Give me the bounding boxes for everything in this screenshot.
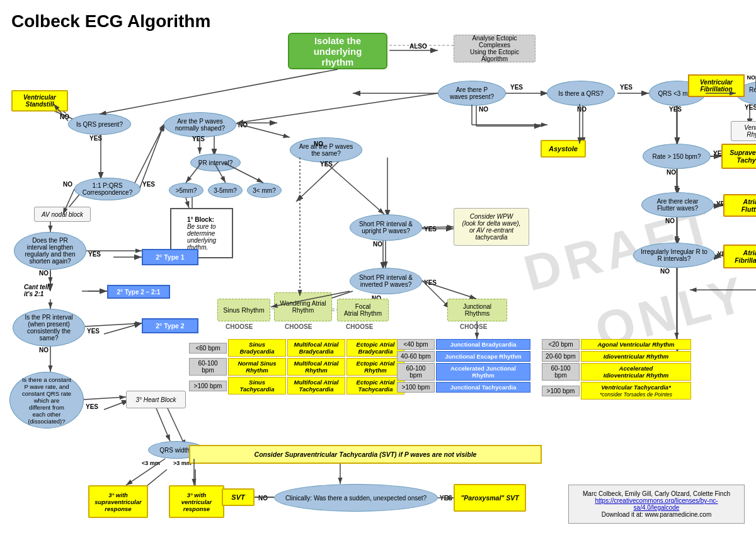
wpw-box: Consider WPW(look for delta wave),or AV … bbox=[454, 208, 529, 246]
p-waves-no: NO bbox=[479, 106, 488, 113]
regular-rr-no: NO bbox=[747, 74, 756, 81]
focal-atrial-box: FocalAtrial Rhythm bbox=[337, 299, 389, 321]
irr-no: NO bbox=[660, 268, 670, 275]
constpq-yes: YES bbox=[86, 403, 98, 410]
prlen-no: NO bbox=[39, 270, 49, 277]
allp-yes: YES bbox=[320, 161, 333, 168]
qrs-node: Is there a QRS? bbox=[547, 81, 615, 106]
svg-line-76 bbox=[84, 397, 126, 400]
svt-consider-box: Consider Supraventricular Tachycardia (S… bbox=[189, 445, 542, 464]
pr-lt3: 3< mm? bbox=[247, 183, 282, 198]
spru-yes: YES bbox=[424, 226, 437, 233]
asystole: Asystole bbox=[541, 140, 586, 158]
pqrs-no: NO bbox=[63, 181, 72, 188]
choose-focal: CHOOSE bbox=[346, 323, 373, 330]
cant-tell-label: Cant tell,it's 2:1 bbox=[24, 284, 50, 297]
pr-lengthen-node: Does the PRinterval lengthenregularly an… bbox=[14, 232, 86, 270]
second-type2-2-1: 2° Type 2 – 2:1 bbox=[107, 285, 170, 299]
qrsw-lt3: <3 mm bbox=[142, 460, 160, 466]
av-nodal-block: AV nodal block bbox=[34, 207, 91, 222]
start-node: Isolate the underlying rhythm bbox=[288, 33, 387, 69]
svt-node: SupraventricularTachycardia bbox=[721, 144, 756, 169]
choose-wandering: CHOOSE bbox=[285, 323, 312, 330]
second-type1: 2° Type 1 bbox=[142, 249, 198, 265]
ventricular-fibrillation: VentricularFibrillation bbox=[688, 74, 745, 97]
rate-no: NO bbox=[667, 169, 676, 176]
p-waves-yes: YES bbox=[510, 84, 523, 91]
footer-license[interactable]: https://creativecommons.org/licenses/by-… bbox=[595, 497, 718, 511]
prsame-no: NO bbox=[39, 347, 49, 354]
footer-authors: Marc Colbeck, Emily Gill, Carly Olzard, … bbox=[576, 490, 736, 497]
pnorm-no: NO bbox=[238, 122, 248, 129]
pr-interval-node: PR interval? bbox=[190, 154, 241, 171]
irregular-rr-node: Irregularly Irregular R toR intervals? bbox=[633, 243, 715, 268]
rate-150-node: Rate > 150 bpm? bbox=[643, 144, 711, 169]
clinically-yes: YES bbox=[440, 495, 452, 502]
short-pr-upright: Short PR interval &upright P waves? bbox=[350, 214, 422, 241]
third-supra: 3° withsupraventricularresponse bbox=[88, 485, 148, 518]
choose-sinus: CHOOSE bbox=[226, 323, 253, 330]
second-type2: 2° Type 2 bbox=[142, 318, 198, 333]
svg-line-74 bbox=[85, 323, 142, 326]
footer-download: Download it at: www.paramedicine.com bbox=[576, 511, 736, 518]
wandering-atrial-box: Wandering AtrialRhythm bbox=[274, 292, 332, 321]
qrs-no: NO bbox=[577, 106, 587, 113]
svg-line-26 bbox=[132, 123, 165, 188]
p-normal-node: Are the P wavesnormally shaped? bbox=[164, 112, 236, 137]
ventricular-standstill: VentricularStandstill bbox=[11, 90, 68, 112]
regular-rr-yes: YES bbox=[745, 104, 756, 111]
atrial-fibrillation: AtrialFibrillation bbox=[723, 244, 756, 268]
svg-line-95 bbox=[186, 198, 189, 208]
choose-junctional: CHOOSE bbox=[460, 323, 487, 330]
junctional-rhythms-box: JunctionalRhythms bbox=[447, 299, 507, 321]
spru-no: NO bbox=[373, 241, 382, 248]
pqrs-yes: YES bbox=[142, 181, 155, 188]
pr-3-5: 3-5mm? bbox=[208, 183, 243, 198]
constant-p-qrs-node: Is there a constantP wave rate, andconst… bbox=[9, 372, 84, 429]
page-container: DRAFT ONLY Colbeck ECG Algorithm Isolate… bbox=[0, 0, 756, 535]
svg-line-77 bbox=[156, 408, 170, 441]
sinus-rhythm-box: Sinus Rhythm bbox=[217, 299, 270, 321]
svg-line-91 bbox=[100, 69, 338, 114]
svt-no: NO bbox=[258, 495, 268, 502]
pqrs-node: 1:1 P:QRSCorrespondence? bbox=[74, 178, 140, 200]
page-title: Colbeck ECG Algorithm bbox=[11, 11, 210, 32]
flutter-node: Are there clearFlutter waves? bbox=[641, 192, 714, 217]
all-p-same: Are all the P wavesthe same? bbox=[290, 137, 362, 163]
spri-yes: YES bbox=[424, 279, 437, 286]
is-qrs-node: Is QRS present? bbox=[68, 113, 131, 135]
svg-line-31 bbox=[104, 323, 142, 334]
also-label: ALSO bbox=[410, 43, 427, 50]
svg-line-32 bbox=[104, 400, 129, 410]
pnorm-yes: YES bbox=[192, 135, 205, 142]
ectopic-box: Analyse Ectopic Complexes Using the Ecto… bbox=[454, 35, 536, 62]
third-ventricular: 3° withventricularresponse bbox=[169, 485, 224, 518]
svg-line-67 bbox=[140, 125, 164, 188]
isqrs-yes: YES bbox=[89, 135, 102, 142]
paroxysmal-svt: "Paroxysmal" SVT bbox=[454, 484, 526, 512]
ventricular-rhythms: VentricularRhythms bbox=[731, 121, 756, 141]
qrs-yes: YES bbox=[620, 84, 633, 91]
svg-line-46 bbox=[237, 93, 438, 123]
short-pr-inverted: Short PR interval &inverted P waves? bbox=[350, 268, 422, 294]
pr-gt5: >5mm? bbox=[169, 183, 203, 198]
svt-label-box: SVT bbox=[222, 488, 255, 506]
svg-line-49 bbox=[326, 163, 384, 214]
prsame-yes: YES bbox=[87, 328, 100, 335]
pr-same-node: Is the PR interval(when present)consiste… bbox=[13, 309, 85, 347]
vs-no: NO bbox=[60, 113, 69, 120]
p-waves-node: Are there Pwaves present? bbox=[438, 81, 506, 106]
third-heart-block: 3° Heart Block bbox=[126, 391, 186, 408]
flutter-no: NO bbox=[665, 217, 675, 224]
qrs3mm-yes: YES bbox=[669, 106, 682, 113]
allp-no: NO bbox=[314, 141, 323, 147]
prlen-yes: YES bbox=[88, 251, 101, 258]
atrial-flutter: AtrialFlutter bbox=[723, 194, 756, 217]
footer-box: Marc Colbeck, Emily Gill, Carly Olzard, … bbox=[568, 485, 745, 524]
clinically-node: Clinically: Was there a sudden, unexpect… bbox=[274, 484, 438, 512]
